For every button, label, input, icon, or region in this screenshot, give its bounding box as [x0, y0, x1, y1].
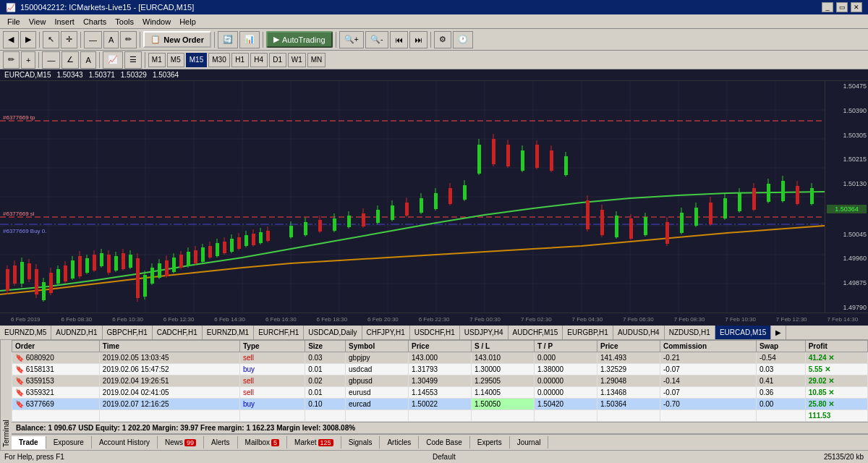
sym-tab-eurchf-h1[interactable]: EURCHF,H1: [254, 326, 304, 339]
time-axis: 6 Feb 2019 6 Feb 08:30 6 Feb 10:30 6 Feb…: [0, 313, 868, 326]
table-row[interactable]: 🔖 6359321 2019.02.04 02:41:05 sell 0.01 …: [12, 387, 868, 399]
cell-time: 2019.02.05 13:03:45: [99, 352, 239, 364]
tf-mn[interactable]: MN: [307, 53, 326, 67]
plus-tool[interactable]: +: [21, 51, 35, 69]
menu-view[interactable]: View: [25, 16, 51, 27]
tab-alerts[interactable]: Alerts: [204, 436, 238, 449]
sym-tab-eurgbp-h1[interactable]: EURGBP,H1: [563, 326, 613, 339]
chart-symbol-label: EURCAD,M15: [4, 71, 51, 79]
menu-tools[interactable]: Tools: [111, 16, 138, 27]
sym-tab-audusd-h4[interactable]: AUDUSD,H4: [613, 326, 665, 339]
autotrading-button[interactable]: ▶ AutoTrading: [266, 31, 333, 48]
close-button[interactable]: ✕: [851, 2, 862, 12]
cell-total-empty-3: [239, 410, 305, 422]
sym-tab-arrow-right[interactable]: ▶: [771, 326, 786, 339]
tf-m30[interactable]: M30: [208, 53, 229, 67]
chart-button[interactable]: 📊: [239, 31, 260, 48]
draw-tool[interactable]: ✏: [120, 31, 137, 48]
pencil-tool[interactable]: ✏: [3, 51, 20, 69]
sym-tab-nzdusd-h1[interactable]: NZDUSD,H1: [665, 326, 715, 339]
table-row-highlighted[interactable]: 🔖 6377669 2019.02.07 12:16:25 buy 0.10 e…: [12, 399, 868, 410]
new-order-button[interactable]: 📋 New Order: [143, 31, 211, 48]
clock-button[interactable]: 🕐: [453, 31, 473, 48]
sym-tab-audchf-m15[interactable]: AUDCHF,M15: [509, 326, 563, 339]
sym-tab-audnzd-h1[interactable]: AUDNZD,H1: [51, 326, 102, 339]
tf-h4[interactable]: H4: [250, 53, 268, 67]
tf-w1[interactable]: W1: [288, 53, 306, 67]
time-6: 6 Feb 16:30: [255, 316, 307, 323]
chart-area[interactable]: #6377669 tp #6377669 sl #6377669 Buy 0. …: [0, 81, 868, 313]
scroll-right-button[interactable]: ⏭: [409, 31, 427, 48]
zoom-out-button[interactable]: 🔍-: [365, 31, 388, 48]
price-7: 1.49960: [827, 255, 867, 262]
sym-tab-eurnzd-m5[interactable]: EURNZD,M5: [0, 326, 51, 339]
tab-market[interactable]: Market125: [287, 436, 341, 449]
table-row-total: 111.53: [12, 410, 868, 422]
time-3: 6 Feb 10:30: [102, 316, 153, 323]
menu-insert[interactable]: Insert: [50, 16, 79, 27]
tab-articles[interactable]: Articles: [380, 436, 419, 449]
scroll-left-button[interactable]: ⏮: [390, 31, 408, 48]
indicator-tool[interactable]: 📈: [103, 51, 123, 69]
refresh-button[interactable]: 🔄: [218, 31, 238, 48]
forward-button[interactable]: ▶: [20, 31, 36, 48]
line-studies[interactable]: —: [42, 51, 60, 69]
settings-button[interactable]: ⚙: [434, 31, 451, 48]
cell-sl: 1.14005: [471, 387, 534, 399]
symbol-tabs: EURNZD,M5 AUDNZD,H1 GBPCHF,H1 CADCHF,H1 …: [0, 326, 868, 340]
time-13: 7 Feb 06:30: [613, 316, 664, 323]
template-tool[interactable]: ☰: [124, 51, 142, 69]
menu-charts[interactable]: Charts: [79, 16, 111, 27]
table-row[interactable]: 🔖 6359153 2019.02.04 19:26:51 sell 0.02 …: [12, 375, 868, 387]
tab-account-history[interactable]: Account History: [92, 436, 158, 449]
angle-tool[interactable]: ∠: [61, 51, 79, 69]
new-order-icon: 📋: [150, 35, 161, 44]
tf-h1[interactable]: H1: [231, 53, 249, 67]
menu-help[interactable]: Help: [175, 16, 200, 27]
sym-tab-usdcad-daily[interactable]: USDCAD,Daily: [304, 326, 362, 339]
sym-tab-eurnzd-m1[interactable]: EURNZD,M1: [203, 326, 254, 339]
tab-mailbox[interactable]: Mailbox5: [238, 436, 287, 449]
orders-scroll[interactable]: Order Time Type Size Symbol Price S / L …: [12, 340, 868, 422]
sym-tab-usdchf-h1[interactable]: USDCHF,H1: [410, 326, 460, 339]
tab-exposure[interactable]: Exposure: [46, 436, 92, 449]
tf-m1[interactable]: M1: [148, 53, 166, 67]
tab-news[interactable]: News99: [158, 436, 204, 449]
tab-codebase[interactable]: Code Base: [419, 436, 469, 449]
sym-tab-cadchf-h1[interactable]: CADCHF,H1: [153, 326, 203, 339]
tf-m15[interactable]: M15: [186, 53, 207, 67]
line-tool[interactable]: —: [84, 31, 102, 48]
toolbar-sep-6: [336, 32, 336, 48]
restore-button[interactable]: ▭: [836, 2, 848, 12]
tf-m5[interactable]: M5: [167, 53, 184, 67]
tab-journal[interactable]: Journal: [510, 436, 549, 449]
menu-window[interactable]: Window: [138, 16, 175, 27]
sym-tab-eurcad-m15[interactable]: EURCAD,M15: [715, 326, 771, 339]
news-badge: 99: [184, 439, 196, 446]
cell-total-empty-11: [756, 410, 805, 422]
cell-profit: 5.55 ✕: [805, 364, 867, 375]
tab-experts[interactable]: Experts: [470, 436, 510, 449]
crosshair-tool[interactable]: ✛: [61, 31, 77, 48]
minimize-button[interactable]: _: [822, 2, 833, 12]
sym-tab-gbpchf-h1[interactable]: GBPCHF,H1: [103, 326, 153, 339]
text-tool[interactable]: A: [103, 31, 119, 48]
time-9: 6 Feb 22:30: [409, 316, 460, 323]
zoom-in-button[interactable]: 🔍+: [339, 31, 364, 48]
table-row[interactable]: 🔖 6158131 2019.02.06 15:47:52 buy 0.01 u…: [12, 364, 868, 375]
table-row[interactable]: 🔖 6080920 2019.02.05 13:03:45 sell 0.03 …: [12, 352, 868, 364]
tab-signals[interactable]: Signals: [341, 436, 380, 449]
menu-file[interactable]: File: [3, 16, 25, 27]
time-2: 6 Feb 08:30: [51, 316, 103, 323]
back-button[interactable]: ◀: [3, 31, 19, 48]
market-badge: 125: [318, 439, 333, 446]
tab-trade[interactable]: Trade: [12, 436, 46, 449]
time-11: 7 Feb 02:30: [511, 316, 562, 323]
tf-d1[interactable]: D1: [269, 53, 286, 67]
sym-tab-usdjpy-h4[interactable]: USDJPY,H4: [460, 326, 509, 339]
fibline-tool[interactable]: A: [80, 51, 95, 69]
sym-tab-chfjpy-h1[interactable]: CHFJPY,H1: [362, 326, 410, 339]
cell-price: 143.000: [408, 352, 471, 364]
arrow-tool[interactable]: ↖: [43, 31, 59, 48]
cell-total-empty-6: [408, 410, 471, 422]
